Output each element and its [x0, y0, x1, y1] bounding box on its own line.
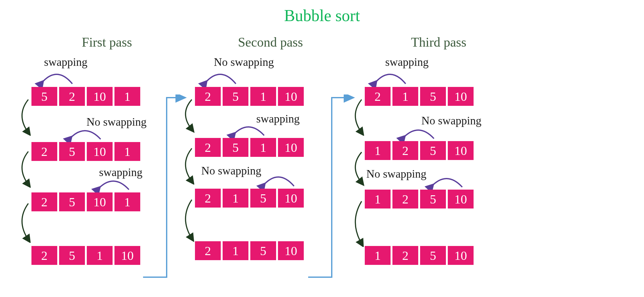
array-cell: 5 [420, 141, 446, 160]
array-cell: 1 [223, 189, 248, 208]
array-row: 2 5 10 1 [31, 142, 140, 161]
array-cell: 2 [392, 190, 418, 208]
array-cell: 2 [392, 141, 418, 160]
array-row: 1 2 5 10 [365, 190, 474, 208]
array-cell: 10 [448, 141, 474, 160]
array-cell: 10 [448, 246, 474, 265]
array-row: 2 1 5 10 [195, 241, 304, 260]
pass3-step4: 1 2 5 10 [344, 221, 514, 271]
swap-arc-icon [91, 175, 135, 193]
array-row: 1 2 5 10 [365, 141, 474, 160]
array-cell: 10 [278, 87, 304, 106]
array-cell: 10 [87, 192, 113, 211]
array-cell: 2 [31, 142, 57, 161]
array-cell: 2 [392, 246, 418, 265]
pass3-step2: No swapping 1 2 5 10 [344, 115, 514, 166]
array-cell: 2 [195, 87, 221, 106]
pass-label-1: First pass [31, 35, 182, 50]
swap-arc-icon [226, 121, 270, 139]
diagram-title: Bubble sort [0, 6, 644, 25]
array-cell: 1 [365, 246, 391, 265]
array-cell: 10 [278, 138, 304, 157]
pass-label-2: Second pass [195, 35, 346, 50]
array-cell: 1 [250, 138, 276, 157]
array-row: 2 5 1 10 [195, 87, 304, 106]
array-cell: 2 [31, 192, 57, 211]
pass3-step3: No swapping 1 2 5 10 [344, 166, 514, 221]
swap-label: No swapping [201, 164, 261, 177]
pass-label-3: Third pass [363, 35, 514, 50]
array-row: 2 5 1 10 [195, 138, 304, 157]
array-row: 2 1 5 10 [195, 189, 304, 208]
array-cell: 10 [448, 190, 474, 208]
array-row: 5 2 10 1 [31, 87, 140, 106]
swap-label: swapping [385, 55, 429, 69]
array-cell: 5 [420, 246, 446, 265]
array-cell: 2 [31, 246, 57, 265]
pass3-step1: swapping 2 1 5 10 [344, 55, 514, 115]
array-cell: 5 [59, 246, 85, 265]
swap-label: No swapping [366, 167, 426, 180]
array-row: 1 2 5 10 [365, 246, 474, 265]
array-cell: 5 [31, 87, 57, 106]
array-cell: 5 [223, 138, 248, 157]
swap-arc-icon [35, 68, 79, 87]
array-cell: 1 [87, 246, 113, 265]
array-cell: 1 [114, 87, 140, 106]
swap-arc-icon [198, 68, 242, 87]
array-cell: 1 [223, 241, 248, 260]
array-cell: 2 [195, 241, 221, 260]
swap-label: No swapping [214, 55, 274, 69]
array-cell: 5 [223, 87, 248, 106]
array-cell: 10 [278, 189, 304, 208]
array-row: 2 5 1 10 [31, 246, 140, 265]
array-cell: 2 [195, 138, 221, 157]
array-cell: 10 [114, 246, 140, 265]
array-cell: 5 [250, 189, 276, 208]
array-cell: 10 [87, 142, 113, 161]
array-cell: 10 [448, 87, 474, 106]
swap-arc-icon [425, 173, 469, 190]
array-cell: 5 [59, 192, 85, 211]
array-cell: 2 [195, 189, 221, 208]
array-cell: 1 [392, 87, 418, 106]
array-cell: 5 [420, 87, 446, 106]
swap-arc-icon [396, 124, 440, 142]
array-cell: 1 [114, 192, 140, 211]
array-cell: 2 [59, 87, 85, 106]
swap-arc-icon [368, 68, 412, 87]
pass-column-3: Third pass swapping 2 1 5 10 No swapping… [344, 35, 514, 271]
array-cell: 10 [87, 87, 113, 106]
array-cell: 5 [250, 241, 276, 260]
swap-label: swapping [44, 55, 87, 69]
array-cell: 1 [365, 190, 391, 208]
array-cell: 1 [250, 87, 276, 106]
array-cell: 5 [420, 190, 446, 208]
array-row: 2 1 5 10 [365, 87, 474, 106]
array-cell: 2 [365, 87, 391, 106]
array-cell: 1 [365, 141, 391, 160]
swap-arc-icon [63, 125, 107, 142]
array-cell: 1 [114, 142, 140, 161]
array-cell: 5 [59, 142, 85, 161]
array-row: 2 5 10 1 [31, 192, 140, 211]
array-cell: 10 [278, 241, 304, 260]
swap-arc-icon [256, 170, 300, 189]
